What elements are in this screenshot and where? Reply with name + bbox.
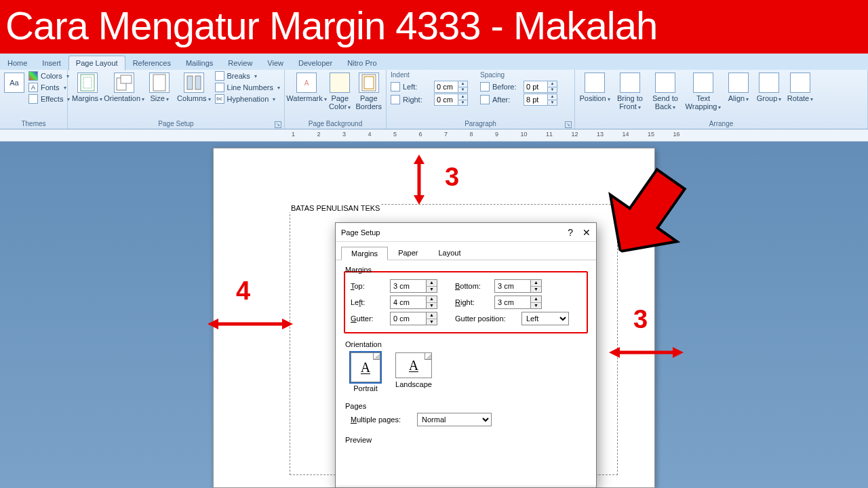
margin-gutter-label: Gutter: (351, 314, 384, 323)
line-numbers-label: Line Numbers (227, 83, 273, 92)
gutter-position-select[interactable]: Left (521, 312, 569, 325)
margins-icon (77, 73, 98, 93)
orientation-landscape[interactable]: A Landscape (395, 352, 432, 392)
fonts-label: Fonts (41, 83, 60, 92)
tab-mailings[interactable]: Mailings (178, 56, 220, 70)
colors-icon (28, 71, 38, 81)
dialog-tab-paper[interactable]: Paper (388, 246, 428, 260)
bring-front-icon (620, 73, 640, 93)
align-label: Align (728, 94, 749, 104)
breaks-button[interactable]: Breaks (215, 71, 280, 81)
page-borders-label: Page Borders (355, 94, 382, 110)
page-color-button[interactable]: Page Color (328, 71, 351, 112)
indent-right-label: Right: (403, 96, 431, 104)
position-button[interactable]: Position (579, 71, 610, 104)
orientation-portrait[interactable]: A Portrait (351, 352, 380, 392)
svg-marker-17 (673, 347, 684, 358)
preview-legend: Preview (344, 436, 373, 444)
margins-label: Margins (72, 94, 102, 104)
orientation-button[interactable]: Orientation (106, 71, 142, 104)
rotate-button[interactable]: Rotate (787, 71, 814, 104)
annotation-left: 4 (208, 312, 293, 339)
paragraph-launcher[interactable]: ↘ (565, 121, 572, 128)
bring-front-button[interactable]: Bring to Front (614, 71, 646, 112)
dialog-tabs: Margins Paper Layout (336, 242, 596, 260)
indent-left-icon (391, 82, 400, 92)
margin-left-input[interactable]: ▲▼ (390, 296, 437, 309)
orientation-icon (114, 73, 134, 93)
size-button[interactable]: Size (146, 71, 173, 104)
fonts-icon: A (28, 83, 38, 92)
send-back-button[interactable]: Send to Back (650, 71, 681, 112)
page-color-icon (330, 73, 350, 93)
margin-right-input[interactable]: ▲▼ (494, 296, 542, 309)
spacing-header: Spacing (480, 71, 557, 79)
horizontal-ruler[interactable]: 12345678910111213141516 (0, 129, 868, 142)
spacing-before-input[interactable]: ▲▼ (524, 81, 557, 93)
effects-label: Effects (41, 95, 63, 103)
page-borders-button[interactable]: Page Borders (355, 71, 382, 110)
svg-marker-13 (208, 319, 218, 329)
tab-developer[interactable]: Developer (291, 56, 340, 70)
watermark-label: Watermark (286, 94, 326, 104)
tab-page-layout[interactable]: Page Layout (68, 56, 125, 70)
line-numbers-button[interactable]: Line Numbers (215, 83, 280, 92)
tab-references[interactable]: References (125, 56, 178, 70)
tab-nitro-pro[interactable]: Nitro Pro (340, 56, 384, 70)
send-back-label: Send to Back (652, 94, 678, 112)
fonts-button[interactable]: AFonts (28, 83, 70, 92)
indent-left-input[interactable]: ▲▼ (434, 81, 468, 93)
tab-home[interactable]: Home (0, 56, 35, 70)
breaks-icon (215, 71, 224, 81)
video-title-banner: Cara Mengatur Margin 4333 - Makalah (0, 0, 868, 54)
spacing-after-input[interactable]: ▲▼ (524, 94, 557, 106)
portrait-icon: A (351, 352, 380, 382)
text-wrapping-button[interactable]: Text Wrapping (685, 71, 722, 112)
tab-insert[interactable]: Insert (35, 56, 68, 70)
dialog-tab-layout[interactable]: Layout (428, 246, 471, 260)
tab-view[interactable]: View (260, 56, 291, 70)
themes-button[interactable]: Aa (4, 71, 24, 93)
margin-bottom-input[interactable]: ▲▼ (494, 279, 542, 293)
dialog-title: Page Setup (341, 228, 380, 237)
send-back-icon (655, 73, 675, 93)
colors-button[interactable]: Colors (28, 71, 70, 81)
tab-review[interactable]: Review (220, 56, 260, 70)
group-page-setup: Margins Orientation Size Columns Breaks … (68, 70, 285, 129)
portrait-label: Portrait (353, 384, 377, 392)
margin-gutter-input[interactable]: ▲▼ (390, 312, 437, 325)
margin-top-input[interactable]: ▲▼ (390, 279, 437, 293)
align-icon (728, 73, 749, 93)
text-wrapping-icon (693, 73, 713, 93)
arrange-group-label: Arrange (579, 120, 863, 129)
ruler-tick: 15 (648, 131, 654, 138)
annotation-right: 3 (609, 340, 684, 367)
group-button[interactable]: Group (755, 71, 783, 104)
pages-legend: Pages (344, 402, 368, 410)
watermark-button[interactable]: AWatermark (289, 71, 324, 104)
svg-marker-10 (414, 155, 425, 164)
margins-button[interactable]: Margins (72, 71, 102, 104)
align-button[interactable]: Align (726, 71, 751, 104)
hyphenation-button[interactable]: bcHyphenation (215, 94, 280, 104)
help-icon[interactable]: ? (568, 227, 573, 238)
columns-icon (184, 73, 204, 93)
spacing-after-label: After: (492, 96, 521, 104)
dialog-titlebar[interactable]: Page Setup ? ✕ (336, 223, 596, 242)
columns-button[interactable]: Columns (177, 71, 210, 104)
page-setup-launcher[interactable]: ↘ (275, 121, 281, 128)
ruler-tick: 11 (546, 131, 553, 138)
position-icon (585, 73, 605, 93)
svg-rect-3 (121, 75, 132, 83)
effects-button[interactable]: Effects (28, 94, 70, 104)
group-button-label: Group (757, 94, 782, 104)
multiple-pages-select[interactable]: Normal (417, 413, 492, 426)
dialog-tab-margins[interactable]: Margins (341, 247, 388, 260)
svg-marker-14 (282, 319, 293, 329)
close-icon[interactable]: ✕ (583, 227, 591, 238)
margins-fieldset: Margins Top: ▲▼ Bottom: ▲▼ Left: ▲▼ Righ… (344, 266, 588, 333)
svg-rect-4 (153, 75, 165, 91)
indent-right-input[interactable]: ▲▼ (434, 94, 468, 106)
hyphenation-label: Hyphenation (227, 95, 269, 103)
landscape-icon: A (395, 352, 432, 378)
